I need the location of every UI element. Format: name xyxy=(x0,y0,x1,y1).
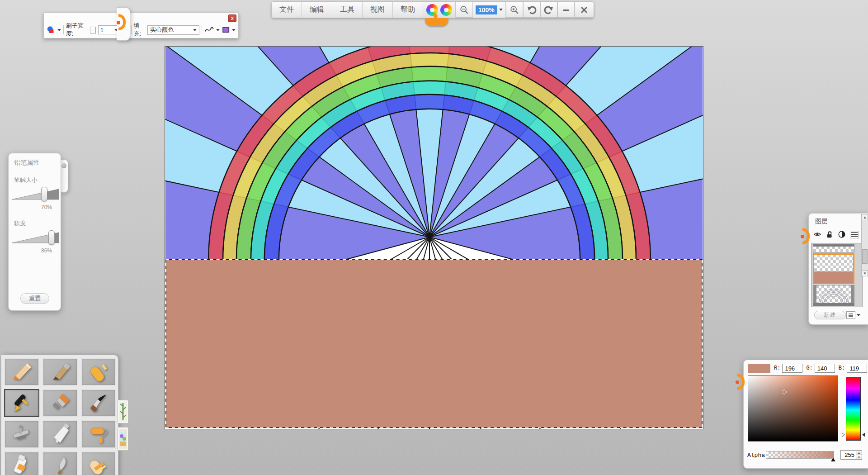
wooden-pencil-icon xyxy=(48,360,72,384)
layer-menu-button[interactable] xyxy=(850,231,859,238)
softness-slider[interactable] xyxy=(11,231,59,247)
tool-tile-wooden-pencil[interactable] xyxy=(42,358,78,386)
layer-thumb-transparent-part xyxy=(814,255,853,271)
brush-width-value: 1 xyxy=(100,27,104,33)
chevron-down-icon[interactable] xyxy=(193,29,197,31)
stroke-curve-icon[interactable] xyxy=(204,26,214,34)
clown-eye-right-icon[interactable] xyxy=(440,4,452,16)
menu-edit[interactable]: 编辑 xyxy=(302,2,332,18)
menu-help[interactable]: 帮助 xyxy=(393,2,423,18)
zoom-in-button[interactable] xyxy=(506,2,523,18)
brush-width-label: 刷子宽度: xyxy=(66,22,88,38)
chevron-down-icon[interactable] xyxy=(57,29,61,31)
redo-icon xyxy=(544,5,554,15)
reset-button[interactable]: 重置 xyxy=(20,293,49,304)
brush-size-slider[interactable] xyxy=(11,188,59,203)
tool-tile-airbrush[interactable] xyxy=(4,420,39,448)
layer-item-rainbow-sketch[interactable] xyxy=(813,285,854,306)
tool-tile-crayon[interactable] xyxy=(81,358,116,386)
color-picker-handle[interactable] xyxy=(737,374,745,390)
layers-panel-handle[interactable] xyxy=(802,228,810,244)
color-shape-swatch-icon[interactable] xyxy=(47,25,55,35)
blade-icon xyxy=(48,454,72,475)
fill-shape-icon[interactable] xyxy=(222,26,230,34)
pencil-properties-panel: 铅笔属性 笔触大小 70% 软度 86% 重置 xyxy=(8,153,61,311)
minimize-button[interactable] xyxy=(557,2,575,18)
layers-options-button[interactable] xyxy=(846,311,855,319)
clown-tab-icon xyxy=(118,14,126,30)
toolbar-close-button[interactable]: x xyxy=(228,14,236,22)
scroll-up-button[interactable]: ▲ xyxy=(862,214,868,220)
hue-marker-left-icon[interactable] xyxy=(842,432,845,437)
paint-tube-icon xyxy=(48,423,72,446)
tool-tile-paint-tube[interactable] xyxy=(42,420,78,448)
scrollbar-thumb[interactable] xyxy=(862,249,868,264)
layer-visibility-icon[interactable] xyxy=(813,230,821,238)
saturation-value-field[interactable] xyxy=(748,375,838,442)
slider-handle[interactable] xyxy=(41,187,47,201)
zoom-level-combo[interactable]: 100% xyxy=(473,2,506,18)
layer-item-ground-selected[interactable] xyxy=(813,253,854,284)
chevron-down-icon[interactable] xyxy=(499,9,503,11)
ink-brush-icon xyxy=(87,391,110,415)
alpha-slider[interactable] xyxy=(766,451,834,459)
red-input[interactable]: 196 xyxy=(782,364,802,373)
menu-tools[interactable]: 工具 xyxy=(332,2,363,18)
close-icon xyxy=(580,5,589,14)
layer-opacity-icon[interactable] xyxy=(838,230,846,238)
picture-icon xyxy=(119,429,127,449)
texture-preset-picture-button[interactable] xyxy=(118,427,128,451)
layer-list-scrollbar[interactable]: ▲ ▼ xyxy=(861,214,868,276)
close-button[interactable] xyxy=(575,2,594,18)
redo-button[interactable] xyxy=(540,2,557,18)
brush-size-label: 笔触大小 xyxy=(14,176,38,184)
chevron-down-icon[interactable] xyxy=(232,29,236,31)
undo-button[interactable] xyxy=(523,2,540,18)
green-input[interactable]: 140 xyxy=(815,364,835,373)
alpha-spinner[interactable]: ▲ ▼ xyxy=(856,451,862,459)
tool-tile-flat-brush[interactable] xyxy=(42,389,78,417)
layer-lock-icon[interactable] xyxy=(826,230,834,238)
zoom-out-button[interactable] xyxy=(456,2,473,18)
spin-down-icon[interactable]: ▼ xyxy=(856,455,862,459)
palette-collapse-handle[interactable] xyxy=(117,7,130,41)
scroll-down-button[interactable]: ▼ xyxy=(862,270,868,276)
canvas-artwork[interactable] xyxy=(165,47,703,429)
alpha-marker-icon[interactable] xyxy=(831,458,835,461)
marker-tube-icon xyxy=(10,454,33,475)
zoom-level-value[interactable]: 100% xyxy=(476,5,497,14)
chevron-down-icon[interactable] xyxy=(857,314,860,316)
menu-view[interactable]: 视图 xyxy=(363,2,393,18)
tool-tile-paint-roller[interactable] xyxy=(81,420,116,448)
layers-panel: 图层 xyxy=(808,213,868,325)
menu-file[interactable]: 文件 xyxy=(272,2,302,18)
hue-marker-right-icon[interactable] xyxy=(862,432,865,437)
fill-mode-combo[interactable]: 实心颜色 xyxy=(147,25,199,35)
green-label: G: xyxy=(806,365,812,371)
hue-slider[interactable] xyxy=(846,377,861,441)
pencil-panel-collapse-handle[interactable] xyxy=(61,159,68,193)
panel-title: 铅笔属性 xyxy=(14,159,39,167)
drawing-canvas[interactable] xyxy=(165,46,703,429)
tool-tile-marker-tube[interactable] xyxy=(4,451,39,475)
crayon-icon xyxy=(87,360,110,384)
alpha-input[interactable]: 255 ▲ ▼ xyxy=(840,450,862,460)
brush-width-decrease-button[interactable]: − xyxy=(90,27,96,33)
texture-preset-bamboo-button[interactable] xyxy=(118,400,128,423)
spin-up-icon[interactable]: ▲ xyxy=(856,451,862,455)
layer-thumb-ground-part xyxy=(814,271,853,283)
tool-tile-eraser[interactable] xyxy=(81,451,116,475)
brush-options-toolbar: x 刷子宽度: − 1 + 填充: 实心颜色 xyxy=(43,13,239,38)
slider-handle[interactable] xyxy=(48,230,55,245)
color-cursor[interactable] xyxy=(782,390,787,394)
layer-item-transparent[interactable] xyxy=(813,244,854,252)
tool-tile-fountain-pen[interactable] xyxy=(4,389,39,417)
menu-lines-icon xyxy=(848,313,854,318)
tool-tile-ink-brush[interactable] xyxy=(81,389,116,417)
tool-tile-blade[interactable] xyxy=(42,451,78,475)
tool-tile-pencil-tip[interactable] xyxy=(4,358,39,386)
blue-input[interactable]: 119 xyxy=(847,364,867,373)
chevron-down-icon[interactable] xyxy=(216,29,220,31)
rainbow-sketch-icon xyxy=(813,285,854,303)
new-layer-button[interactable]: 新建 xyxy=(814,311,846,319)
